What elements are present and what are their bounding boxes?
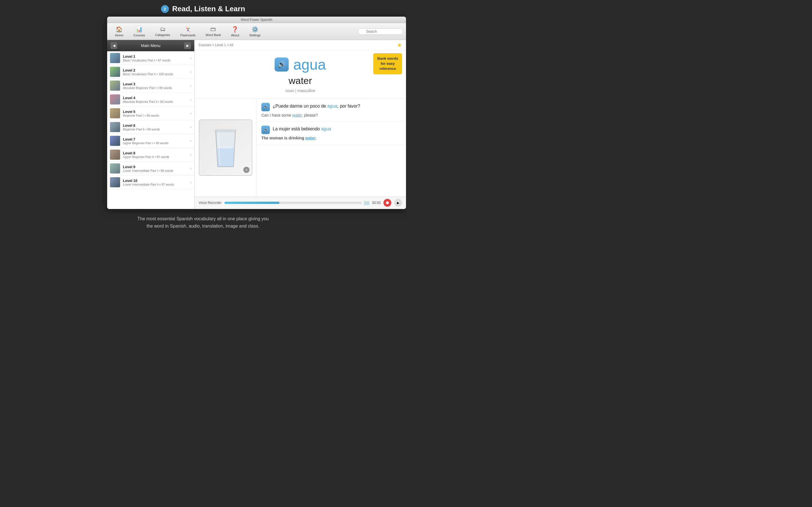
level-2-arrow: › [190, 69, 192, 74]
sidebar: ◀ Main Menu ▶ Level 1 Basic Vocabulary P… [107, 40, 195, 209]
sound-waves-icon: )))) [364, 201, 369, 205]
search-input[interactable] [358, 29, 403, 35]
sentence-2-speaker[interactable]: 🔊 [261, 126, 270, 134]
sentence-1-english: Can I have some water, please? [261, 113, 402, 117]
sentences-panel: 🔊 ¿Puede darme un poco de agua, por favo… [257, 99, 406, 196]
sentence-1-highlight: agua [327, 104, 338, 108]
level-item[interactable]: Level 9 Lower Intermediate Part I • 98 w… [107, 162, 194, 175]
sentence-2-highlight: agua [321, 126, 331, 131]
courses-icon: 📊 [136, 26, 143, 33]
zoom-button[interactable]: + [243, 167, 250, 173]
level-4-arrow: › [190, 97, 192, 102]
sentence-1-top: 🔊 ¿Puede darme un poco de agua, por favo… [261, 103, 402, 111]
sentence-1-spanish: ¿Puede darme un poco de agua, por favor? [273, 104, 360, 109]
level-4-sub: Absolute Beginner Part II • 82 words [123, 100, 190, 103]
sentence-1-speaker[interactable]: 🔊 [261, 103, 270, 111]
level-6-thumb [110, 122, 120, 132]
level-10-info: Level 10 Lower Intermediate Part II • 97… [123, 179, 190, 186]
level-9-name: Level 9 [123, 165, 190, 169]
sentence-2-spanish: La mujer está bebiendo agua [273, 126, 331, 131]
breadcrumb-bar: Courses > Level 1 > All ★ [195, 40, 406, 50]
sentence-2-english: The woman is drinking water. [261, 136, 402, 140]
forward-button[interactable]: ▶ [184, 42, 191, 49]
sidebar-header: ◀ Main Menu ▶ [107, 40, 194, 51]
app-title: Word Power Spanish [241, 18, 273, 22]
nav-about-label: About [231, 34, 239, 37]
level-1-thumb [110, 53, 120, 63]
level-item[interactable]: Level 5 Beginner Part I • 96 words › [107, 107, 194, 120]
progress-area: )))) [224, 201, 369, 205]
back-button[interactable]: ◀ [110, 42, 117, 49]
level-3-name: Level 3 [123, 82, 190, 86]
nav-flashcards[interactable]: 🃏 Flashcards [175, 25, 201, 38]
record-icon [386, 201, 389, 205]
level-9-sub: Lower Intermediate Part I • 98 words [123, 169, 190, 172]
level-8-thumb [110, 150, 120, 160]
level-6-sub: Beginner Part II • 99 words [123, 128, 190, 131]
main-content: ◀ Main Menu ▶ Level 1 Basic Vocabulary P… [107, 40, 406, 209]
level-3-sub: Absolute Beginner Part I • 89 words [123, 86, 190, 90]
level-7-sub: Upper Beginner Part I • 90 words [123, 142, 190, 145]
level-2-name: Level 2 [123, 68, 190, 72]
svg-point-1 [217, 147, 234, 149]
nav-items: 🏠 Home 📊 Courses 🗂 Categories 🃏 Flashcar… [110, 25, 358, 38]
level-4-info: Level 4 Absolute Beginner Part II • 82 w… [123, 96, 190, 103]
sentence-2-english-highlight: water [305, 136, 315, 140]
level-3-info: Level 3 Absolute Beginner Part I • 89 wo… [123, 82, 190, 90]
footer-line-2: the word in Spanish, audio, translation,… [147, 224, 259, 228]
sentence-1-english-highlight: water [292, 113, 302, 117]
level-item[interactable]: Level 10 Lower Intermediate Part II • 97… [107, 175, 194, 189]
level-5-sub: Beginner Part I • 96 words [123, 114, 190, 117]
nav-bar: 🏠 Home 📊 Courses 🗂 Categories 🃏 Flashcar… [107, 23, 406, 40]
nav-categories[interactable]: 🗂 Categories [150, 25, 175, 38]
progress-bar-bg [224, 202, 362, 204]
level-item[interactable]: Level 2 Basic Vocabulary Part II • 100 w… [107, 65, 194, 79]
level-6-arrow: › [190, 125, 192, 129]
nav-wordbank-label: Word Bank [206, 33, 221, 37]
word-image: + [199, 119, 252, 176]
level-2-thumb [110, 67, 120, 77]
settings-icon: ⚙️ [252, 26, 259, 33]
level-item[interactable]: Level 3 Absolute Beginner Part I • 89 wo… [107, 79, 194, 93]
app-window: Word Power Spanish 🏠 Home 📊 Courses 🗂 Ca… [107, 17, 406, 209]
nav-flashcards-label: Flashcards [181, 34, 196, 37]
play-button[interactable]: ▶ [394, 199, 402, 207]
nav-categories-label: Categories [155, 33, 170, 37]
main-speaker-button[interactable]: 🔊 [274, 57, 289, 71]
nav-courses[interactable]: 📊 Courses [128, 25, 150, 38]
level-2-sub: Basic Vocabulary Part II • 100 words [123, 72, 190, 76]
level-4-thumb [110, 94, 120, 105]
level-8-sub: Upper Beginner Part II • 97 words [123, 155, 190, 159]
step-circle: 2 [161, 5, 169, 13]
nav-courses-label: Courses [133, 34, 145, 37]
content-panel: Courses > Level 1 > All ★ Bank wordsfor … [195, 40, 406, 209]
bank-callout[interactable]: Bank wordsfor easyreference [373, 53, 402, 74]
level-5-arrow: › [190, 111, 192, 115]
nav-about[interactable]: ❓ About [226, 25, 245, 38]
star-button[interactable]: ★ [397, 42, 402, 48]
level-9-thumb [110, 163, 120, 173]
level-item[interactable]: Level 7 Upper Beginner Part I • 90 words… [107, 134, 194, 148]
level-item[interactable]: Level 8 Upper Beginner Part II • 97 word… [107, 148, 194, 162]
sentence-1: 🔊 ¿Puede darme un poco de agua, por favo… [257, 99, 406, 122]
nav-wordbank[interactable]: 🗃 Word Bank [200, 25, 226, 38]
nav-home[interactable]: 🏠 Home [110, 25, 128, 38]
nav-settings-label: Settings [249, 34, 260, 37]
level-item[interactable]: Level 4 Absolute Beginner Part II • 82 w… [107, 93, 194, 107]
svg-point-2 [386, 202, 389, 204]
voice-recorder-label: Voice Recorder [199, 201, 221, 205]
level-10-arrow: › [190, 180, 192, 184]
nav-settings[interactable]: ⚙️ Settings [244, 25, 266, 38]
footer-description: The most essential Spanish vocabulary al… [0, 209, 406, 232]
level-3-thumb [110, 80, 120, 91]
sentence-2: 🔊 La mujer está bebiendo agua The woman … [257, 122, 406, 145]
level-item[interactable]: Level 1 Basic Vocabulary Part I • 87 wor… [107, 51, 194, 65]
level-7-info: Level 7 Upper Beginner Part I • 90 words [123, 137, 190, 145]
level-5-name: Level 5 [123, 110, 190, 114]
record-button[interactable] [384, 199, 391, 207]
window-titlebar: Word Power Spanish [107, 17, 406, 23]
level-6-info: Level 6 Beginner Part II • 99 words [123, 123, 190, 131]
main-title: Read, Listen & Learn [172, 4, 245, 13]
level-item[interactable]: Level 6 Beginner Part II • 99 words › [107, 120, 194, 134]
level-9-arrow: › [190, 166, 192, 171]
